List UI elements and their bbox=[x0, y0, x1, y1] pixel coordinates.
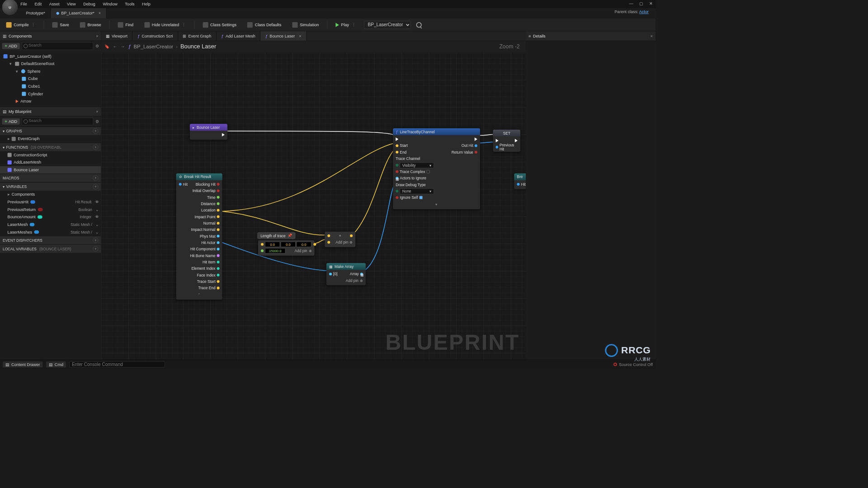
nav-forward-icon[interactable]: → bbox=[121, 44, 125, 49]
functions-section-header[interactable]: ▾FUNCTIONS(19 OVERRIDABL+ bbox=[0, 143, 101, 151]
panel-close-icon[interactable]: × bbox=[651, 33, 653, 38]
menu-file[interactable]: File bbox=[20, 2, 27, 7]
content-drawer-button[interactable]: ▤Content Drawer bbox=[3, 361, 42, 367]
console-command-input[interactable] bbox=[70, 361, 165, 367]
add-icon[interactable]: + bbox=[93, 128, 98, 134]
class-settings-button[interactable]: Class Settings bbox=[200, 21, 239, 29]
source-control-status[interactable]: Source Control Off bbox=[613, 362, 653, 367]
browse-button[interactable]: Browse bbox=[77, 21, 104, 29]
compile-button[interactable]: Compile⋮ bbox=[4, 21, 38, 29]
node-break-hit-result-partial[interactable]: Bre Hit bbox=[514, 174, 526, 189]
pin-icon[interactable] bbox=[217, 248, 220, 250]
bookmark-icon[interactable]: 🔖 bbox=[104, 44, 109, 49]
pin-icon[interactable] bbox=[217, 267, 220, 270]
pin-icon[interactable] bbox=[327, 235, 330, 237]
hide-unrelated-button[interactable]: Hide Unrelated⋮ bbox=[142, 21, 189, 29]
float-field[interactable] bbox=[265, 248, 285, 253]
variables-section-header[interactable]: ▾VARIABLES+ bbox=[0, 183, 101, 191]
graph-eventgraph[interactable]: ▸EventGraph bbox=[0, 135, 101, 143]
cmd-button[interactable]: ▤Cmd bbox=[46, 361, 66, 367]
pin-icon[interactable] bbox=[350, 235, 353, 237]
ue-logo[interactable]: U bbox=[2, 0, 18, 15]
chevron-icon[interactable]: ⌄ bbox=[95, 207, 99, 212]
find-button[interactable]: Find bbox=[115, 21, 136, 29]
pin-icon[interactable] bbox=[217, 280, 220, 283]
node-set[interactable]: SET Previous Hit bbox=[493, 130, 520, 152]
exec-pin-icon[interactable] bbox=[396, 137, 398, 141]
debug-type-select[interactable]: None▾ bbox=[400, 188, 434, 194]
pin-icon[interactable] bbox=[475, 144, 477, 147]
add-blueprint-button[interactable]: ADD bbox=[2, 118, 20, 125]
chevron-icon[interactable]: ⌄ bbox=[95, 222, 99, 227]
add-icon[interactable]: + bbox=[93, 175, 98, 181]
tree-row-default-scene-root[interactable]: ▾DefaultSceneRoot bbox=[0, 60, 101, 68]
event-dispatchers-header[interactable]: EVENT DISPATCHERS+ bbox=[0, 236, 101, 244]
pin-icon[interactable] bbox=[396, 144, 398, 147]
pin-icon[interactable] bbox=[217, 196, 220, 198]
tab-event-graph[interactable]: ⊞Event Graph bbox=[178, 31, 217, 40]
menu-help[interactable]: Help bbox=[142, 2, 151, 7]
breadcrumb-parent[interactable]: BP_LaserCreator bbox=[134, 44, 174, 50]
chevron-icon[interactable]: ⌄ bbox=[95, 230, 99, 235]
menu-debug[interactable]: Debug bbox=[83, 2, 95, 7]
exec-pin-icon[interactable] bbox=[515, 139, 518, 142]
pin-icon[interactable] bbox=[217, 261, 220, 263]
node-add[interactable]: + Add pin⊕ bbox=[325, 232, 355, 247]
gear-icon[interactable]: ⚙ bbox=[95, 44, 99, 49]
add-icon[interactable]: + bbox=[93, 246, 98, 251]
function-construction-script[interactable]: ConstructionScript bbox=[0, 151, 101, 159]
node-line-trace-by-channel[interactable]: ƒLineTraceByChannel StartOut Hit EndRetu… bbox=[393, 128, 480, 209]
eye-icon[interactable]: 👁 bbox=[95, 200, 99, 205]
menu-window[interactable]: Window bbox=[103, 2, 117, 7]
pin-icon[interactable] bbox=[261, 243, 264, 246]
blueprint-search-input[interactable]: Search bbox=[22, 118, 94, 126]
add-pin-button[interactable]: Add pin⊕ bbox=[346, 278, 363, 283]
pin-icon[interactable] bbox=[217, 254, 220, 257]
array-pin-icon[interactable]: ▦ bbox=[396, 177, 398, 179]
pin-icon[interactable] bbox=[396, 170, 398, 173]
tab-viewport[interactable]: ▦Viewport bbox=[101, 31, 133, 40]
pin-icon[interactable] bbox=[217, 216, 220, 218]
variable-previous-return[interactable]: PreviousReturnBoolean⌄ bbox=[0, 206, 101, 213]
enum-pin-icon[interactable] bbox=[396, 190, 398, 192]
pin-icon[interactable] bbox=[217, 235, 220, 238]
tree-row-arrow[interactable]: Arrow bbox=[0, 98, 101, 105]
trace-channel-select[interactable]: Visibility▾ bbox=[400, 162, 434, 168]
variable-laser-mesh[interactable]: LaserMeshStatic Mesh /⌄ bbox=[0, 221, 101, 229]
pin-icon[interactable] bbox=[261, 249, 264, 252]
pin-icon[interactable] bbox=[396, 151, 398, 154]
add-pin-button[interactable]: Add pin⊕ bbox=[335, 240, 353, 244]
tab-construction-script[interactable]: ƒConstruction Scri bbox=[132, 31, 178, 40]
vec-y-field[interactable] bbox=[281, 242, 296, 247]
menu-view[interactable]: View bbox=[67, 2, 75, 7]
pin-icon[interactable] bbox=[217, 222, 220, 225]
pin-icon[interactable] bbox=[517, 183, 519, 186]
node-break-hit-result[interactable]: ⊘Break Hit Result HitBlocking Hit Initia… bbox=[176, 174, 222, 300]
node-multiply[interactable]: Add pin⊕ bbox=[258, 240, 315, 256]
tab-close-icon[interactable]: × bbox=[299, 33, 301, 38]
expand-caret-icon[interactable]: ⌃ bbox=[179, 292, 220, 298]
pin-icon[interactable] bbox=[496, 145, 498, 148]
function-add-laser-mesh[interactable]: AddLaserMesh bbox=[0, 159, 101, 166]
pin-icon[interactable] bbox=[217, 286, 220, 289]
enum-pin-icon[interactable] bbox=[396, 164, 398, 166]
exec-pin-icon[interactable] bbox=[475, 137, 477, 141]
tree-row-cylinder[interactable]: Cylinder bbox=[0, 90, 101, 98]
node-make-array[interactable]: ▦Make Array [0]Array▦ Add pin⊕ bbox=[326, 263, 366, 285]
simulation-button[interactable]: Simulation bbox=[289, 21, 321, 29]
pin-icon[interactable] bbox=[217, 209, 220, 211]
add-icon[interactable]: + bbox=[93, 184, 98, 189]
variable-previous-hit[interactable]: PreviousHitHit Result👁 bbox=[0, 198, 101, 206]
menu-asset[interactable]: Asset bbox=[49, 2, 60, 7]
pin-icon[interactable] bbox=[217, 189, 220, 192]
tab-prototype[interactable]: Prototype* bbox=[20, 8, 51, 19]
function-bounce-laser[interactable]: Bounce Laser bbox=[0, 166, 101, 174]
variable-bounce-amount[interactable]: BounceAmountInteger👁 bbox=[0, 213, 101, 221]
node-function-entry[interactable]: ▸Bounce Laser bbox=[190, 124, 227, 140]
pin-icon[interactable] bbox=[329, 272, 332, 275]
pin-icon[interactable] bbox=[217, 183, 220, 186]
save-button[interactable]: Save bbox=[50, 21, 72, 29]
graphs-section-header[interactable]: ▾GRAPHS+ bbox=[0, 127, 101, 135]
component-search-input[interactable]: Search bbox=[22, 42, 94, 50]
pin-icon[interactable] bbox=[179, 183, 182, 186]
